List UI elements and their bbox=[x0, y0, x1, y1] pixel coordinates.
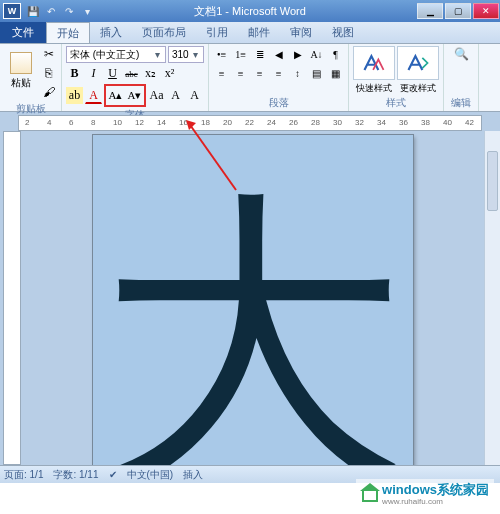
window-title: 文档1 - Microsoft Word bbox=[194, 4, 306, 19]
group-font: 宋体 (中文正文) ▾ 310 ▾ B I U abc x₂ x² bbox=[62, 44, 209, 111]
ruler-area: 24681012141618202224262830323436384042 bbox=[0, 112, 500, 131]
redo-icon[interactable]: ↷ bbox=[62, 4, 76, 18]
status-insert-mode[interactable]: 插入 bbox=[183, 468, 203, 482]
ruler-tick: 30 bbox=[333, 118, 342, 127]
indent-button[interactable]: ▶ bbox=[289, 46, 306, 63]
tab-insert[interactable]: 插入 bbox=[90, 22, 132, 43]
font-name-value: 宋体 (中文正文) bbox=[70, 48, 139, 62]
font-size-select[interactable]: 310 ▾ bbox=[168, 46, 204, 63]
styles-a-icon bbox=[361, 52, 387, 74]
vertical-scrollbar[interactable] bbox=[484, 131, 500, 465]
borders-button[interactable]: ▦ bbox=[327, 65, 344, 82]
char-border-button[interactable]: A bbox=[167, 87, 184, 104]
title-bar: W 💾 ↶ ↷ ▾ 文档1 - Microsoft Word ▁ ▢ ✕ bbox=[0, 0, 500, 22]
group-styles: 快速样式 更改样式 样式 bbox=[349, 44, 444, 111]
bold-button[interactable]: B bbox=[66, 65, 83, 82]
strikethrough-button[interactable]: abc bbox=[123, 65, 140, 82]
numbering-button[interactable]: 1≡ bbox=[232, 46, 249, 63]
house-icon bbox=[361, 486, 379, 502]
change-styles-icon bbox=[405, 52, 431, 74]
document-page[interactable]: 大 bbox=[93, 135, 413, 465]
align-center-button[interactable]: ≡ bbox=[232, 65, 249, 82]
vertical-ruler[interactable] bbox=[3, 131, 21, 465]
paste-icon bbox=[10, 52, 32, 74]
status-language[interactable]: 中文(中国) bbox=[127, 468, 174, 482]
status-spellcheck-icon[interactable]: ✔ bbox=[109, 469, 117, 480]
window-controls: ▁ ▢ ✕ bbox=[416, 1, 500, 21]
editing-group-label: 编辑 bbox=[448, 95, 474, 111]
tab-home[interactable]: 开始 bbox=[46, 22, 90, 43]
status-page[interactable]: 页面: 1/1 bbox=[4, 468, 43, 482]
shrink-font-button[interactable]: A▾ bbox=[126, 87, 143, 104]
qat-dropdown-icon[interactable]: ▾ bbox=[80, 4, 94, 18]
save-icon[interactable]: 💾 bbox=[26, 4, 40, 18]
italic-button[interactable]: I bbox=[85, 65, 102, 82]
grow-font-button[interactable]: A▴ bbox=[107, 87, 124, 104]
multilevel-button[interactable]: ≣ bbox=[251, 46, 268, 63]
copy-button[interactable]: ⎘ bbox=[40, 65, 57, 82]
maximize-button[interactable]: ▢ bbox=[445, 3, 471, 19]
ruler-tick: 24 bbox=[267, 118, 276, 127]
watermark-url: www.ruhaifu.com bbox=[382, 497, 489, 506]
ruler-tick: 12 bbox=[135, 118, 144, 127]
status-words[interactable]: 字数: 1/11 bbox=[53, 468, 98, 482]
ruler-tick: 4 bbox=[47, 118, 51, 127]
bullets-button[interactable]: •≡ bbox=[213, 46, 230, 63]
char-shading-button[interactable]: A bbox=[186, 87, 203, 104]
quick-access-toolbar: 💾 ↶ ↷ ▾ bbox=[26, 4, 94, 18]
tab-mailings[interactable]: 邮件 bbox=[238, 22, 280, 43]
chevron-down-icon: ▾ bbox=[152, 49, 162, 60]
ruler-tick: 14 bbox=[157, 118, 166, 127]
format-painter-button[interactable]: 🖌 bbox=[40, 84, 57, 101]
paste-label: 粘贴 bbox=[11, 76, 31, 90]
font-name-select[interactable]: 宋体 (中文正文) ▾ bbox=[66, 46, 166, 63]
paragraph-group-label: 段落 bbox=[213, 95, 344, 111]
tab-references[interactable]: 引用 bbox=[196, 22, 238, 43]
ruler-tick: 6 bbox=[69, 118, 73, 127]
change-styles-label: 更改样式 bbox=[400, 82, 436, 95]
underline-button[interactable]: U bbox=[104, 65, 121, 82]
cut-button[interactable]: ✂ bbox=[40, 46, 57, 63]
group-clipboard: 粘贴 ✂ ⎘ 🖌 剪贴板 bbox=[0, 44, 62, 111]
file-tab[interactable]: 文件 bbox=[0, 22, 46, 43]
ruler-tick: 26 bbox=[289, 118, 298, 127]
ruler-tick: 42 bbox=[465, 118, 474, 127]
line-spacing-button[interactable]: ↕ bbox=[289, 65, 306, 82]
tab-page-layout[interactable]: 页面布局 bbox=[132, 22, 196, 43]
align-left-button[interactable]: ≡ bbox=[213, 65, 230, 82]
show-marks-button[interactable]: ¶ bbox=[327, 46, 344, 63]
paste-button[interactable]: 粘贴 bbox=[4, 46, 38, 96]
justify-button[interactable]: ≡ bbox=[270, 65, 287, 82]
tab-view[interactable]: 视图 bbox=[322, 22, 364, 43]
shading-button[interactable]: ▤ bbox=[308, 65, 325, 82]
ruler-tick: 36 bbox=[399, 118, 408, 127]
scrollbar-thumb[interactable] bbox=[487, 151, 498, 211]
chevron-down-icon: ▾ bbox=[190, 49, 200, 60]
undo-icon[interactable]: ↶ bbox=[44, 4, 58, 18]
ruler-tick: 22 bbox=[245, 118, 254, 127]
subscript-button[interactable]: x₂ bbox=[142, 65, 159, 82]
horizontal-ruler[interactable]: 24681012141618202224262830323436384042 bbox=[18, 115, 482, 131]
watermark-text: windows系统家园 bbox=[382, 482, 489, 497]
sort-button[interactable]: A↓ bbox=[308, 46, 325, 63]
close-button[interactable]: ✕ bbox=[473, 3, 499, 19]
tab-review[interactable]: 审阅 bbox=[280, 22, 322, 43]
ruler-tick: 2 bbox=[25, 118, 29, 127]
change-styles-button[interactable] bbox=[397, 46, 439, 80]
highlight-button[interactable]: ab bbox=[66, 87, 83, 104]
font-color-button[interactable]: A bbox=[85, 87, 102, 104]
quick-styles-button[interactable] bbox=[353, 46, 395, 80]
superscript-button[interactable]: x² bbox=[161, 65, 178, 82]
group-editing: 🔍 编辑 bbox=[444, 44, 479, 111]
align-right-button[interactable]: ≡ bbox=[251, 65, 268, 82]
dedent-button[interactable]: ◀ bbox=[270, 46, 287, 63]
ruler-tick: 28 bbox=[311, 118, 320, 127]
ruler-tick: 38 bbox=[421, 118, 430, 127]
quick-styles-label: 快速样式 bbox=[356, 82, 392, 95]
group-paragraph: •≡ 1≡ ≣ ◀ ▶ A↓ ¶ ≡ ≡ ≡ ≡ ↕ ▤ ▦ bbox=[209, 44, 349, 111]
find-button[interactable]: 🔍 bbox=[453, 46, 470, 63]
ribbon-tabs: 文件 开始 插入 页面布局 引用 邮件 审阅 视图 bbox=[0, 22, 500, 44]
minimize-button[interactable]: ▁ bbox=[417, 3, 443, 19]
page-scroll: 大 bbox=[21, 131, 484, 465]
change-case-button[interactable]: Aa bbox=[148, 87, 165, 104]
